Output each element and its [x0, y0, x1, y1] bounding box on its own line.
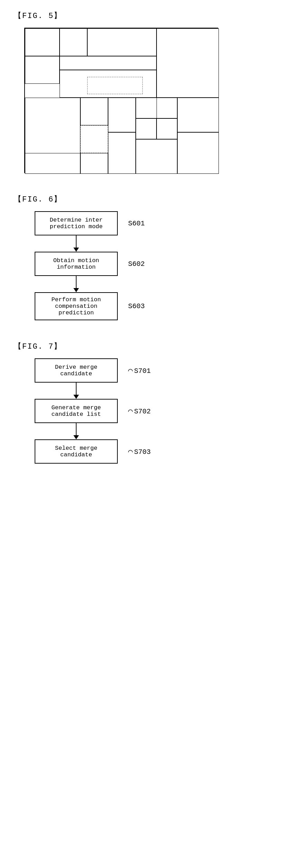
fig6-flowchart: Determine inter prediction mode S601 Obt…: [35, 211, 280, 320]
fig7-flowchart: Derive merge candidate ⌒S701 Generate me…: [35, 358, 280, 464]
arrow-line: [76, 423, 77, 435]
cell-t3: [87, 28, 157, 56]
cell-tl1: [25, 28, 60, 56]
cell-t2: [60, 28, 87, 56]
arrow-head: [73, 288, 79, 292]
fig6-box1: Determine inter prediction mode: [35, 211, 118, 235]
cell-br2a: [136, 118, 157, 139]
cell-br3: [136, 139, 177, 174]
fig7-arrow2: [35, 423, 118, 439]
fig5-title: 【FIG. 5】: [14, 10, 280, 21]
cell-r2m1: [60, 56, 157, 70]
fig6-step3: S603: [128, 302, 145, 310]
cell-b2b: [80, 125, 108, 153]
fig7-box1: Derive merge candidate: [35, 358, 118, 383]
fig6-section: 【FIG. 6】 Determine inter prediction mode…: [14, 194, 280, 320]
fig6-arrow1: [35, 235, 118, 252]
arrow-head: [73, 395, 79, 399]
cell-b2vb: [80, 153, 108, 174]
fig6-row3: Perform motion compensation prediction S…: [35, 292, 145, 320]
fig7-step3: ⌒S703: [128, 447, 151, 456]
arrow-line: [76, 235, 77, 248]
fig7-step1: ⌒S701: [128, 366, 151, 375]
arrow-line: [76, 276, 77, 288]
fig7-row3: Select merge candidate ⌒S703: [35, 439, 151, 464]
fig5-diagram: [24, 28, 218, 173]
cell-br1b: [157, 98, 177, 118]
fig7-row1: Derive merge candidate ⌒S701: [35, 358, 151, 383]
cell-bottom-l2: [25, 153, 80, 174]
cell-b2t: [80, 98, 108, 125]
fig6-row2: Obtain motion information S602: [35, 252, 145, 276]
fig6-box3: Perform motion compensation prediction: [35, 292, 118, 320]
fig6-step1: S601: [128, 220, 145, 227]
cell-b3b: [108, 132, 136, 174]
fig7-title: 【FIG. 7】: [14, 341, 280, 351]
fig7-box2: Generate merge candidate list: [35, 399, 118, 423]
arrow-head: [73, 435, 79, 439]
fig6-title: 【FIG. 6】: [14, 194, 280, 204]
cell-r2l: [25, 56, 60, 84]
fig7-step2: ⌒S702: [128, 406, 151, 416]
fig6-step2: S602: [128, 260, 145, 268]
cell-far-rb: [177, 132, 219, 174]
fig6-row1: Determine inter prediction mode S601: [35, 211, 145, 235]
fig7-section: 【FIG. 7】 Derive merge candidate ⌒S701 Ge…: [14, 341, 280, 464]
cell-br2b: [157, 118, 177, 139]
fig6-box2: Obtain motion information: [35, 252, 118, 276]
cell-far-rt: [177, 98, 219, 132]
fig7-box3: Select merge candidate: [35, 439, 118, 464]
fig7-arrow1: [35, 383, 118, 399]
cell-dashed: [87, 77, 143, 94]
cell-tr: [157, 28, 219, 98]
fig5-section: 【FIG. 5】: [14, 10, 280, 173]
arrow-head: [73, 248, 79, 252]
cell-b3t: [108, 98, 136, 132]
fig6-arrow2: [35, 276, 118, 292]
fig7-row2: Generate merge candidate list ⌒S702: [35, 399, 151, 423]
arrow-line: [76, 383, 77, 395]
